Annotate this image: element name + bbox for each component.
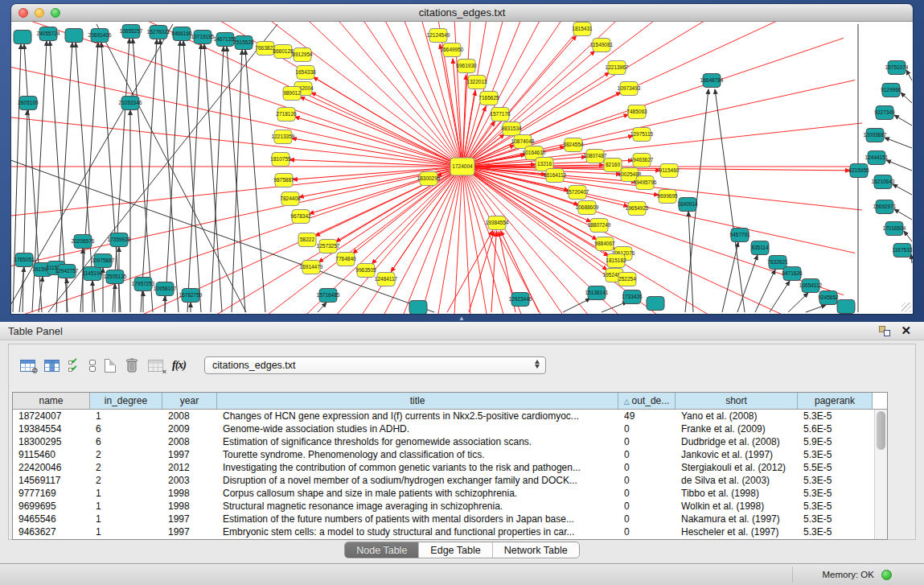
graph-node[interactable] (15, 253, 33, 267)
graph-node[interactable] (257, 42, 274, 56)
graph-node[interactable] (297, 66, 314, 80)
table-row[interactable]: 946554611997Estimation of the future num… (13, 513, 887, 525)
graph-node[interactable] (283, 87, 301, 101)
unselect-all-icon[interactable] (89, 360, 96, 372)
table-options-icon[interactable]: ⚙ (20, 360, 35, 372)
table-row[interactable]: 946362711997Embryonic stem cells: a mode… (13, 525, 887, 538)
graph-node[interactable] (703, 74, 721, 88)
graph-node[interactable] (876, 106, 893, 120)
graph-node[interactable] (876, 200, 893, 214)
graph-node[interactable] (837, 300, 855, 314)
graph-node[interactable] (511, 293, 529, 307)
graph-node[interactable] (194, 31, 211, 44)
graph-node[interactable] (802, 279, 819, 293)
graph-node[interactable] (633, 154, 651, 167)
graph-node[interactable] (292, 210, 310, 224)
graph-node[interactable] (319, 240, 337, 253)
graph-node[interactable] (593, 39, 610, 52)
graph-node[interactable] (14, 31, 31, 44)
graph-node[interactable] (596, 237, 614, 251)
graph-node[interactable] (751, 241, 769, 255)
graph-node[interactable] (274, 45, 292, 59)
column-header-name[interactable]: name (13, 393, 90, 409)
graph-node[interactable] (110, 233, 128, 247)
graph-node[interactable] (420, 172, 437, 186)
graph-node[interactable] (679, 198, 696, 212)
graph-node[interactable] (84, 267, 101, 281)
table-selector-dropdown[interactable]: citations_edges.txt (204, 356, 546, 374)
graph-node[interactable] (783, 267, 801, 281)
window-titlebar[interactable]: citations_edges.txt (11, 4, 913, 22)
table-row[interactable]: 1938455462009Genome-wide association stu… (13, 422, 887, 435)
graph-node[interactable] (607, 254, 625, 268)
window-resize-grip[interactable] (901, 303, 911, 312)
graph-node[interactable] (357, 264, 375, 278)
graph-node[interactable] (429, 29, 447, 43)
graph-node[interactable] (628, 105, 646, 119)
graph-node[interactable] (866, 129, 884, 142)
graph-node[interactable] (586, 150, 604, 163)
graph-node[interactable] (588, 286, 606, 300)
graph-node[interactable] (731, 229, 749, 242)
graph-node[interactable] (819, 291, 837, 305)
graph-node[interactable] (91, 29, 109, 43)
graph-node[interactable] (458, 60, 475, 73)
graph-node[interactable] (480, 92, 498, 105)
graph-node[interactable] (618, 273, 636, 286)
graph-node[interactable] (319, 289, 337, 303)
graph-node[interactable] (216, 33, 234, 47)
close-panel-icon[interactable]: ✕ (901, 323, 911, 338)
graph-node[interactable] (274, 130, 292, 144)
table-row[interactable]: 1872400712008Changes of HCN gene express… (13, 410, 887, 422)
vertical-scrollbar[interactable] (874, 410, 887, 539)
graph-node[interactable] (604, 159, 622, 172)
table-row[interactable]: 977716911998Corpus callosum shape and si… (13, 487, 887, 500)
float-panel-icon[interactable] (879, 326, 890, 336)
graph-node[interactable] (868, 151, 885, 165)
column-header-pagerank[interactable]: pagerank (798, 393, 873, 409)
graph-node[interactable] (275, 174, 293, 187)
graph-node[interactable] (235, 36, 253, 50)
graph-node[interactable] (633, 128, 651, 142)
graph-node[interactable] (58, 265, 76, 278)
graph-node[interactable] (302, 261, 320, 274)
graph-node[interactable] (121, 97, 139, 110)
graph-node[interactable] (298, 233, 316, 247)
graph-node[interactable] (660, 164, 678, 178)
graph-node[interactable] (628, 202, 646, 216)
graph-node[interactable] (578, 201, 596, 215)
graph-node[interactable] (608, 61, 626, 75)
graph-node[interactable] (39, 27, 57, 41)
graph-node[interactable] (888, 61, 906, 75)
column-header-out_de[interactable]: △out_de... (618, 393, 676, 409)
column-header-title[interactable]: title (217, 393, 618, 409)
graph-node[interactable] (623, 290, 641, 304)
graph-node[interactable] (620, 82, 638, 96)
graph-node[interactable] (488, 216, 506, 230)
graph-node[interactable] (377, 273, 395, 286)
graph-node[interactable] (443, 43, 461, 57)
function-builder-icon[interactable]: f(x) (172, 359, 186, 372)
graph-node[interactable] (134, 278, 152, 291)
tab-network-table[interactable]: Network Table (493, 542, 579, 558)
network-canvas[interactable]: 2405572420691406106552571527602184661601… (11, 22, 913, 314)
memory-ok-indicator[interactable] (881, 570, 892, 580)
graph-node[interactable] (450, 158, 474, 175)
panel-divider-grip[interactable]: ▲ (456, 315, 467, 321)
graph-node[interactable] (409, 301, 427, 315)
column-header-year[interactable]: year (162, 393, 217, 409)
table-row[interactable]: 1456911722003Disruption of a novel membe… (13, 474, 887, 487)
table-row[interactable]: 969969511998Structural magnetic resonanc… (13, 500, 887, 513)
import-table-icon[interactable]: × (148, 360, 163, 372)
select-all-icon[interactable]: ✔✔ (68, 359, 80, 373)
select-columns-icon[interactable] (44, 360, 60, 372)
graph-node[interactable] (491, 108, 509, 122)
graph-node[interactable] (294, 48, 311, 62)
new-table-icon[interactable] (105, 359, 116, 373)
graph-node[interactable] (74, 235, 92, 249)
graph-node[interactable] (503, 122, 520, 136)
graph-node[interactable] (647, 297, 664, 311)
column-header-in_degree[interactable]: in_degree (90, 393, 162, 409)
graph-node[interactable] (173, 27, 191, 41)
delete-table-icon[interactable] (125, 357, 139, 373)
